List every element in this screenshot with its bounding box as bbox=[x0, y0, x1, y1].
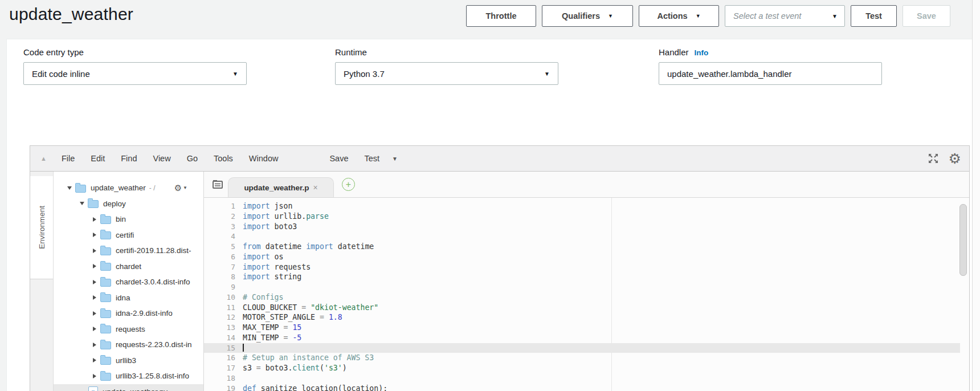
qualifiers-dropdown-button[interactable]: Qualifiers ▼ bbox=[542, 5, 633, 27]
line-number[interactable]: 5 bbox=[204, 242, 243, 252]
line-number[interactable]: 9 bbox=[204, 282, 243, 292]
handler-info-link[interactable]: Info bbox=[695, 48, 709, 57]
chevron-collapsed-icon[interactable] bbox=[90, 217, 99, 222]
code-line-5[interactable]: 5from datetime import datetime bbox=[204, 242, 960, 252]
line-number[interactable]: 7 bbox=[204, 262, 243, 272]
code-line-2[interactable]: 2import urllib.parse bbox=[204, 211, 960, 222]
code-line-14[interactable]: 14MIN_TEMP = -5 bbox=[204, 333, 960, 343]
code-line-10[interactable]: 10# Configs bbox=[204, 292, 960, 303]
code-line-17[interactable]: 17s3 = boto3.client('s3') bbox=[204, 363, 960, 373]
tab-update-weather-py[interactable]: update_weather.p × bbox=[228, 177, 334, 197]
runtime-select[interactable]: Python 3.7 ▼ bbox=[335, 62, 558, 85]
code-line-1[interactable]: 1import json bbox=[204, 201, 960, 211]
line-number[interactable]: 1 bbox=[204, 201, 243, 211]
fullscreen-icon[interactable] bbox=[927, 152, 940, 165]
actions-dropdown-button[interactable]: Actions ▼ bbox=[639, 5, 719, 27]
editor-scrollbar-thumb[interactable] bbox=[959, 204, 967, 276]
tree-item-deploy[interactable]: deploy bbox=[54, 196, 203, 212]
code-line-7[interactable]: 7import requests bbox=[204, 262, 960, 272]
code-line-11[interactable]: 11CLOUD_BUCKET = "dkiot-weather" bbox=[204, 303, 960, 313]
line-number[interactable]: 18 bbox=[204, 373, 243, 384]
tree-settings-gear-icon[interactable]: ⚙▼ bbox=[174, 183, 187, 193]
code-editor-area[interactable]: 1import json2import urllib.parse3import … bbox=[204, 198, 969, 391]
code-line-4[interactable]: 4 bbox=[204, 231, 960, 242]
menu-edit[interactable]: Edit bbox=[91, 154, 105, 163]
tree-item-requests-2-23-0-dist-in[interactable]: requests-2.23.0.dist-in bbox=[54, 337, 203, 353]
code-entry-type-select[interactable]: Edit code inline ▼ bbox=[23, 62, 247, 85]
menu-find[interactable]: Find bbox=[121, 154, 137, 163]
chevron-collapsed-icon[interactable] bbox=[90, 280, 99, 284]
line-number[interactable]: 17 bbox=[204, 363, 243, 373]
chevron-expanded-icon[interactable] bbox=[77, 202, 87, 205]
line-number[interactable]: 12 bbox=[204, 312, 243, 323]
line-number[interactable]: 4 bbox=[204, 231, 243, 242]
editor-save-button[interactable]: Save bbox=[329, 154, 348, 163]
editor-test-button[interactable]: Test bbox=[365, 154, 380, 163]
tab-close-icon[interactable]: × bbox=[313, 183, 317, 192]
line-number[interactable]: 3 bbox=[204, 222, 243, 232]
page-scrollbar[interactable] bbox=[972, 0, 980, 391]
tab-list-icon[interactable] bbox=[212, 179, 223, 189]
menu-view[interactable]: View bbox=[153, 154, 170, 163]
handler-input[interactable]: update_weather.lambda_handler bbox=[659, 62, 882, 85]
tree-item-urllib3-1-25-8-dist-info[interactable]: urllib3-1.25.8.dist-info bbox=[54, 368, 203, 384]
line-number[interactable]: 13 bbox=[204, 323, 243, 333]
new-tab-button[interactable]: + bbox=[342, 178, 355, 191]
menu-window[interactable]: Window bbox=[249, 154, 279, 163]
code-line-8[interactable]: 8import string bbox=[204, 272, 960, 282]
save-button-disabled[interactable]: Save bbox=[903, 5, 950, 27]
tree-item-urllib3[interactable]: urllib3 bbox=[54, 353, 203, 369]
line-number[interactable]: 6 bbox=[204, 252, 243, 262]
code-line-18[interactable]: 18 bbox=[204, 373, 960, 384]
chevron-collapsed-icon[interactable] bbox=[90, 233, 99, 237]
chevron-collapsed-icon[interactable] bbox=[90, 311, 99, 316]
code-line-12[interactable]: 12MOTOR_STEP_ANGLE = 1.8 bbox=[204, 312, 960, 323]
tree-item-certifi[interactable]: certifi bbox=[54, 227, 203, 243]
line-number[interactable]: 16 bbox=[204, 353, 243, 363]
line-number[interactable]: 15 bbox=[204, 343, 243, 353]
line-number[interactable]: 14 bbox=[204, 333, 243, 343]
tree-item-chardet-3-0-4-dist-info[interactable]: chardet-3.0.4.dist-info bbox=[54, 274, 203, 290]
tree-item-chardet[interactable]: chardet bbox=[54, 259, 203, 275]
chevron-collapsed-icon[interactable] bbox=[90, 327, 99, 331]
environment-tab[interactable]: Environment bbox=[30, 176, 53, 279]
tree-item-update-weather[interactable]: update_weather - /⚙▼ bbox=[54, 180, 203, 196]
editor-test-dropdown-icon[interactable]: ▼ bbox=[392, 156, 398, 162]
tree-root-path-suffix: - / bbox=[149, 184, 156, 192]
chevron-expanded-icon[interactable] bbox=[65, 186, 74, 190]
chevron-collapsed-icon[interactable] bbox=[90, 343, 99, 347]
throttle-button[interactable]: Throttle bbox=[466, 5, 536, 27]
chevron-collapsed-icon[interactable] bbox=[90, 295, 99, 300]
line-number[interactable]: 2 bbox=[204, 211, 243, 222]
chevron-collapsed-icon[interactable] bbox=[90, 358, 99, 363]
code-line-19[interactable]: 19def sanitize_location(location): bbox=[204, 384, 960, 391]
test-event-select[interactable]: Select a test event ▼ bbox=[725, 5, 845, 27]
tree-item-requests[interactable]: requests bbox=[54, 321, 203, 337]
line-number[interactable]: 8 bbox=[204, 272, 243, 282]
tree-item-idna-2-9-dist-info[interactable]: idna-2.9.dist-info bbox=[54, 306, 203, 321]
tree-item-certifi-2019-11-28-dist-[interactable]: certifi-2019.11.28.dist- bbox=[54, 243, 203, 259]
code-line-9[interactable]: 9 bbox=[204, 282, 960, 292]
chevron-collapsed-icon[interactable] bbox=[90, 264, 99, 268]
line-number[interactable]: 19 bbox=[204, 384, 243, 391]
test-button[interactable]: Test bbox=[851, 5, 897, 27]
menu-go[interactable]: Go bbox=[187, 154, 198, 163]
menu-file[interactable]: File bbox=[62, 154, 75, 163]
menu-tools[interactable]: Tools bbox=[214, 154, 233, 163]
editor-settings-gear-icon[interactable]: ⚙ bbox=[949, 152, 961, 166]
line-number[interactable]: 10 bbox=[204, 292, 243, 303]
code-line-6[interactable]: 6import os bbox=[204, 252, 960, 262]
code-line-15[interactable]: 15 bbox=[204, 343, 960, 353]
line-number[interactable]: 11 bbox=[204, 303, 243, 313]
tree-item-idna[interactable]: idna bbox=[54, 290, 203, 306]
code-line-3[interactable]: 3import boto3 bbox=[204, 222, 960, 232]
left-panel-strip: Environment bbox=[30, 172, 54, 391]
tree-item-bin[interactable]: bin bbox=[54, 211, 203, 227]
runtime-group: Runtime Python 3.7 ▼ bbox=[335, 47, 558, 85]
code-line-16[interactable]: 16# Setup an instance of AWS S3 bbox=[204, 353, 960, 363]
chevron-collapsed-icon[interactable] bbox=[90, 249, 99, 253]
collapse-panel-icon[interactable]: ▲ bbox=[40, 155, 47, 162]
tree-item-update-weather-py[interactable]: <>update_weather.py bbox=[54, 384, 203, 391]
code-line-13[interactable]: 13MAX_TEMP = 15 bbox=[204, 323, 960, 333]
chevron-collapsed-icon[interactable] bbox=[90, 374, 99, 378]
